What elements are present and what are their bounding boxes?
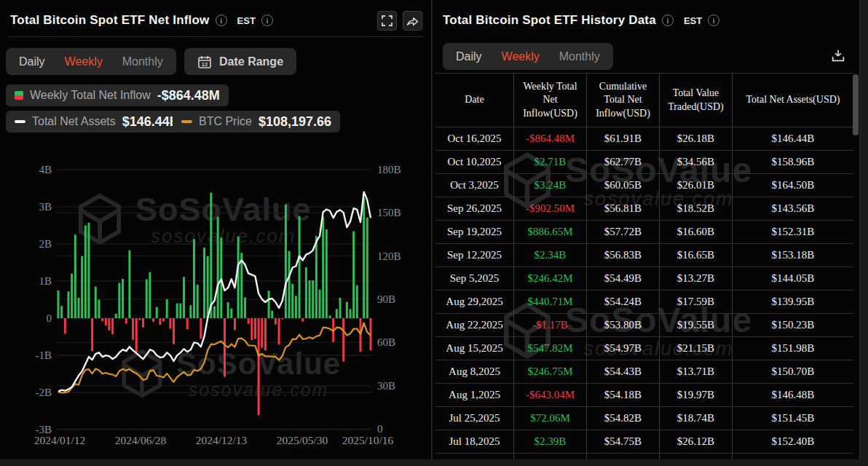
- tab-daily[interactable]: Daily: [456, 50, 482, 63]
- cell-cumulative-inflow: $62.77B: [587, 151, 660, 173]
- svg-text:2024/06/28: 2024/06/28: [115, 434, 167, 446]
- cell-cumulative-inflow: $54.82B: [587, 407, 660, 430]
- cell-value-traded: $13.27B: [660, 267, 733, 290]
- table-row: Jul 11,2025$2.72B$52.36B$22.43B$150.60B: [435, 454, 853, 459]
- table-row: Oct 3,2025$3.24B$60.05B$26.01B$164.50B: [435, 174, 853, 197]
- cell-net-assets: $150.70B: [733, 360, 853, 383]
- cell-value-traded: $19.97B: [660, 384, 733, 406]
- cell-value-traded: $26.12B: [660, 430, 733, 453]
- table-title: Total Bitcoin Spot ETF History Data: [443, 13, 656, 28]
- cell-value-traded: $18.52B: [660, 197, 733, 220]
- svg-text:2025/05/30: 2025/05/30: [277, 434, 328, 446]
- cell-date: Jul 18,2025: [435, 430, 514, 453]
- cell-net-assets: $144.05B: [733, 267, 853, 290]
- cell-weekly-inflow: $246.75M: [514, 360, 587, 383]
- svg-text:90B: 90B: [377, 293, 395, 305]
- cell-date: Sep 5,2025: [435, 267, 514, 290]
- cell-date: Aug 1,2025: [435, 384, 514, 406]
- column-header-date: Date: [435, 74, 514, 127]
- cell-date: Sep 26,2025: [435, 197, 514, 220]
- history-data-panel: Total Bitcoin Spot ETF History Data i ES…: [433, 0, 860, 459]
- cell-weekly-inflow: $547.82M: [514, 337, 587, 360]
- cell-date: Oct 10,2025: [435, 151, 514, 173]
- cell-value-traded: $19.55B: [660, 314, 733, 336]
- download-button[interactable]: [827, 45, 849, 67]
- svg-text:1B: 1B: [39, 275, 52, 287]
- table-row: Oct 16,2025-$864.48M$61.91B$26.18B$146.4…: [435, 127, 853, 151]
- cell-date: Sep 19,2025: [435, 221, 514, 243]
- info-icon[interactable]: i: [708, 15, 719, 26]
- svg-text:2024/01/12: 2024/01/12: [34, 434, 86, 446]
- cell-weekly-inflow: $3.24B: [514, 174, 587, 197]
- history-table: Date Weekly Total Net Inflow(USD) Cumula…: [435, 73, 853, 459]
- cell-net-assets: $143.56B: [733, 197, 853, 220]
- cell-value-traded: $26.01B: [660, 174, 733, 197]
- svg-text:30B: 30B: [377, 380, 395, 392]
- svg-text:4B: 4B: [39, 164, 52, 175]
- cell-weekly-inflow: $440.71M: [514, 291, 587, 313]
- cell-net-assets: $150.60B: [733, 454, 853, 459]
- svg-text:120B: 120B: [377, 250, 401, 262]
- cell-cumulative-inflow: $54.97B: [587, 337, 660, 360]
- table-row: Oct 10,2025$2.71B$62.77B$34.56B$158.96B: [435, 151, 853, 174]
- table-header-row: Date Weekly Total Net Inflow(USD) Cumula…: [435, 74, 853, 127]
- cell-weekly-inflow: $2.39B: [514, 430, 587, 453]
- cell-value-traded: $21.15B: [660, 337, 733, 360]
- inflow-bars: [58, 193, 372, 415]
- cell-value-traded: $26.18B: [660, 127, 733, 150]
- tab-weekly[interactable]: Weekly: [502, 50, 540, 63]
- cell-weekly-inflow: -$643.04M: [514, 384, 587, 406]
- cell-net-assets: $151.45B: [733, 407, 853, 430]
- cell-cumulative-inflow: $54.18B: [587, 384, 660, 406]
- cell-net-assets: $146.48B: [733, 384, 853, 406]
- cell-value-traded: $16.60B: [660, 221, 733, 243]
- svg-text:2024/12/13: 2024/12/13: [196, 434, 248, 446]
- cell-net-assets: $146.44B: [733, 127, 853, 150]
- timezone-label: EST: [684, 15, 702, 26]
- info-icon[interactable]: i: [662, 15, 674, 26]
- column-header-weekly-inflow: Weekly Total Net Inflow(USD): [514, 74, 587, 127]
- svg-text:3B: 3B: [39, 201, 52, 213]
- download-icon: [830, 48, 846, 64]
- cell-cumulative-inflow: $53.80B: [587, 314, 660, 336]
- svg-text:0: 0: [377, 423, 383, 435]
- btc-price-line: [58, 323, 371, 393]
- cell-date: Jul 11,2025: [435, 454, 514, 459]
- cell-cumulative-inflow: $54.75B: [587, 430, 660, 453]
- cell-net-assets: $151.98B: [733, 337, 853, 360]
- cell-cumulative-inflow: $60.05B: [587, 174, 660, 197]
- tab-monthly[interactable]: Monthly: [559, 50, 600, 63]
- table-period-tabs: Daily Weekly Monthly: [443, 43, 613, 70]
- column-header-net-assets: Total Net Assets(USD): [733, 74, 853, 127]
- cell-weekly-inflow: $246.42M: [514, 267, 587, 290]
- table-row: Aug 29,2025$440.71M$54.24B$17.59B$139.95…: [435, 291, 853, 314]
- cell-date: Aug 22,2025: [435, 314, 514, 336]
- cell-net-assets: $150.23B: [733, 314, 853, 336]
- svg-text:180B: 180B: [377, 164, 401, 175]
- cell-weekly-inflow: $72.06M: [514, 407, 587, 430]
- cell-date: Sep 12,2025: [435, 244, 514, 266]
- table-row: Jul 18,2025$2.39B$54.75B$26.12B$152.40B: [435, 430, 853, 454]
- cell-date: Oct 16,2025: [435, 127, 514, 150]
- table-scrollbar[interactable]: [853, 74, 859, 135]
- table-row: Jul 25,2025$72.06M$54.82B$18.74B$151.45B: [435, 407, 853, 430]
- table-row: Sep 12,2025$2.34B$56.83B$16.65B$153.18B: [435, 244, 853, 267]
- cell-value-traded: $16.65B: [660, 244, 733, 266]
- table-row: Aug 15,2025$547.82M$54.97B$21.15B$151.98…: [435, 337, 853, 360]
- svg-text:-2B: -2B: [36, 387, 52, 398]
- svg-text:2025/10/16: 2025/10/16: [342, 434, 394, 446]
- cell-cumulative-inflow: $57.72B: [587, 221, 660, 243]
- column-header-value-traded: Total Value Traded(USD): [660, 74, 733, 127]
- cell-value-traded: $18.74B: [660, 407, 733, 430]
- cell-net-assets: $139.95B: [733, 291, 853, 313]
- svg-text:2B: 2B: [39, 238, 52, 250]
- right-panel-header: Total Bitcoin Spot ETF History Data i ES…: [443, 9, 851, 32]
- svg-text:0: 0: [47, 312, 52, 324]
- cell-net-assets: $152.40B: [733, 430, 853, 453]
- cell-cumulative-inflow: $56.81B: [587, 197, 660, 220]
- cell-cumulative-inflow: $56.83B: [587, 244, 660, 266]
- cell-weekly-inflow: $2.34B: [514, 244, 587, 266]
- net-inflow-chart[interactable]: 4B3B2B1B0-1B-2B-3B180B150B120B90B60B30B0…: [0, 0, 432, 459]
- cell-date: Oct 3,2025: [435, 174, 514, 197]
- cell-value-traded: $22.43B: [660, 454, 733, 459]
